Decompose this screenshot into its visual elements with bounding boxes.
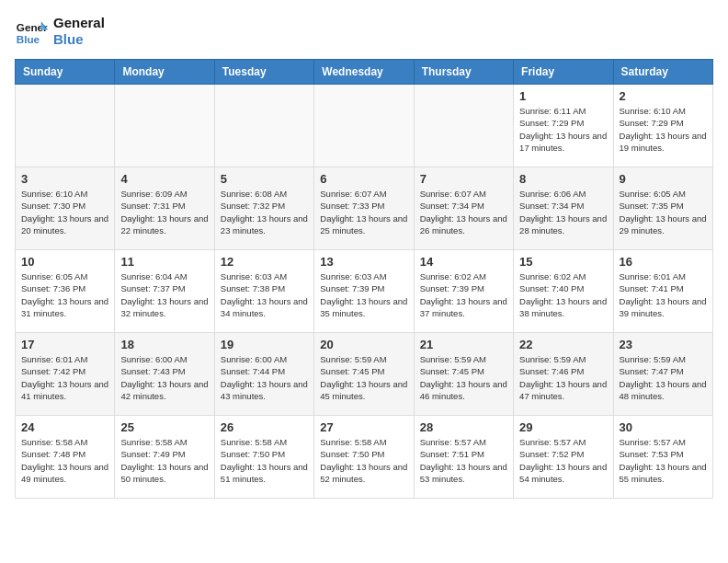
week-row-2: 10Sunrise: 6:05 AMSunset: 7:36 PMDayligh… [16, 250, 713, 333]
logo-general: General [53, 15, 105, 31]
day-info: Sunrise: 6:11 AMSunset: 7:29 PMDaylight:… [519, 105, 607, 154]
day-cell: 1Sunrise: 6:11 AMSunset: 7:29 PMDaylight… [514, 85, 613, 167]
day-cell: 12Sunrise: 6:03 AMSunset: 7:38 PMDayligh… [214, 250, 313, 333]
day-number: 20 [320, 338, 407, 351]
day-info: Sunrise: 5:58 AMSunset: 7:49 PMDaylight:… [120, 436, 208, 485]
day-cell: 18Sunrise: 6:00 AMSunset: 7:43 PMDayligh… [115, 333, 214, 416]
weekday-header-friday: Friday [514, 60, 613, 85]
day-number: 23 [620, 338, 707, 351]
day-cell: 4Sunrise: 6:09 AMSunset: 7:31 PMDaylight… [115, 167, 214, 250]
day-number: 11 [120, 255, 208, 269]
header: General Blue General Blue [15, 15, 713, 48]
day-cell: 25Sunrise: 5:58 AMSunset: 7:49 PMDayligh… [115, 416, 214, 499]
day-info: Sunrise: 5:57 AMSunset: 7:52 PMDaylight:… [519, 436, 607, 485]
weekday-header-sunday: Sunday [16, 60, 115, 85]
day-cell: 15Sunrise: 6:02 AMSunset: 7:40 PMDayligh… [514, 250, 613, 333]
day-info: Sunrise: 5:59 AMSunset: 7:46 PMDaylight:… [519, 353, 607, 402]
day-number: 8 [519, 172, 607, 186]
day-info: Sunrise: 6:05 AMSunset: 7:35 PMDaylight:… [620, 188, 707, 236]
day-cell: 5Sunrise: 6:08 AMSunset: 7:32 PMDaylight… [214, 167, 313, 250]
day-info: Sunrise: 6:02 AMSunset: 7:39 PMDaylight:… [420, 270, 507, 319]
day-info: Sunrise: 6:03 AMSunset: 7:38 PMDaylight:… [221, 270, 308, 319]
day-info: Sunrise: 5:57 AMSunset: 7:53 PMDaylight:… [620, 436, 707, 485]
day-cell: 21Sunrise: 5:59 AMSunset: 7:45 PMDayligh… [414, 333, 513, 416]
calendar: SundayMondayTuesdayWednesdayThursdayFrid… [15, 59, 713, 499]
week-row-1: 3Sunrise: 6:10 AMSunset: 7:30 PMDaylight… [16, 167, 713, 250]
day-info: Sunrise: 6:01 AMSunset: 7:41 PMDaylight:… [620, 270, 707, 319]
day-number: 13 [320, 255, 407, 269]
day-number: 10 [21, 255, 108, 269]
day-info: Sunrise: 6:07 AMSunset: 7:33 PMDaylight:… [320, 188, 407, 236]
day-cell: 16Sunrise: 6:01 AMSunset: 7:41 PMDayligh… [613, 250, 712, 333]
day-number: 25 [120, 420, 208, 434]
day-cell: 6Sunrise: 6:07 AMSunset: 7:33 PMDaylight… [314, 167, 414, 250]
weekday-header-tuesday: Tuesday [214, 60, 313, 85]
day-cell: 13Sunrise: 6:03 AMSunset: 7:39 PMDayligh… [314, 250, 414, 333]
day-info: Sunrise: 6:09 AMSunset: 7:31 PMDaylight:… [120, 188, 208, 236]
day-number: 1 [519, 89, 607, 103]
weekday-header-thursday: Thursday [414, 60, 513, 85]
day-number: 22 [519, 338, 607, 351]
day-number: 17 [21, 338, 108, 351]
weekday-header-saturday: Saturday [613, 60, 712, 85]
week-row-3: 17Sunrise: 6:01 AMSunset: 7:42 PMDayligh… [16, 333, 713, 416]
day-info: Sunrise: 6:10 AMSunset: 7:29 PMDaylight:… [620, 105, 707, 154]
day-number: 12 [221, 255, 308, 269]
day-info: Sunrise: 5:58 AMSunset: 7:48 PMDaylight:… [21, 436, 108, 485]
logo-icon: General Blue [15, 15, 48, 48]
day-cell: 10Sunrise: 6:05 AMSunset: 7:36 PMDayligh… [16, 250, 115, 333]
day-cell: 30Sunrise: 5:57 AMSunset: 7:53 PMDayligh… [613, 416, 712, 499]
day-cell: 23Sunrise: 5:59 AMSunset: 7:47 PMDayligh… [613, 333, 712, 416]
day-number: 9 [620, 172, 707, 186]
day-info: Sunrise: 6:08 AMSunset: 7:32 PMDaylight:… [221, 188, 308, 236]
day-cell: 27Sunrise: 5:58 AMSunset: 7:50 PMDayligh… [314, 416, 414, 499]
day-number: 28 [420, 420, 507, 434]
day-cell: 11Sunrise: 6:04 AMSunset: 7:37 PMDayligh… [115, 250, 214, 333]
weekday-header-wednesday: Wednesday [314, 60, 414, 85]
weekday-header-monday: Monday [115, 60, 214, 85]
day-cell: 24Sunrise: 5:58 AMSunset: 7:48 PMDayligh… [16, 416, 115, 499]
day-info: Sunrise: 6:06 AMSunset: 7:34 PMDaylight:… [519, 188, 607, 236]
day-info: Sunrise: 5:59 AMSunset: 7:47 PMDaylight:… [620, 353, 707, 402]
day-number: 14 [420, 255, 507, 269]
weekday-header-row: SundayMondayTuesdayWednesdayThursdayFrid… [16, 60, 713, 85]
day-info: Sunrise: 6:00 AMSunset: 7:44 PMDaylight:… [221, 353, 308, 402]
day-cell: 14Sunrise: 6:02 AMSunset: 7:39 PMDayligh… [414, 250, 513, 333]
day-cell: 7Sunrise: 6:07 AMSunset: 7:34 PMDaylight… [414, 167, 513, 250]
day-number: 4 [120, 172, 208, 186]
day-cell: 8Sunrise: 6:06 AMSunset: 7:34 PMDaylight… [514, 167, 613, 250]
day-info: Sunrise: 6:07 AMSunset: 7:34 PMDaylight:… [420, 188, 507, 236]
day-number: 27 [320, 420, 407, 434]
week-row-4: 24Sunrise: 5:58 AMSunset: 7:48 PMDayligh… [16, 416, 713, 499]
day-cell [115, 85, 214, 167]
day-number: 15 [519, 255, 607, 269]
day-cell: 28Sunrise: 5:57 AMSunset: 7:51 PMDayligh… [414, 416, 513, 499]
day-info: Sunrise: 5:58 AMSunset: 7:50 PMDaylight:… [320, 436, 407, 485]
day-cell [214, 85, 313, 167]
day-number: 30 [620, 420, 707, 434]
day-cell: 9Sunrise: 6:05 AMSunset: 7:35 PMDaylight… [613, 167, 712, 250]
day-number: 26 [221, 420, 308, 434]
day-number: 16 [620, 255, 707, 269]
day-number: 18 [120, 338, 208, 351]
day-info: Sunrise: 6:10 AMSunset: 7:30 PMDaylight:… [21, 188, 108, 236]
day-cell: 22Sunrise: 5:59 AMSunset: 7:46 PMDayligh… [514, 333, 613, 416]
day-info: Sunrise: 6:04 AMSunset: 7:37 PMDaylight:… [120, 270, 208, 319]
day-info: Sunrise: 6:03 AMSunset: 7:39 PMDaylight:… [320, 270, 407, 319]
day-info: Sunrise: 5:58 AMSunset: 7:50 PMDaylight:… [221, 436, 308, 485]
day-cell: 20Sunrise: 5:59 AMSunset: 7:45 PMDayligh… [314, 333, 414, 416]
day-number: 21 [420, 338, 507, 351]
svg-text:Blue: Blue [17, 33, 40, 45]
day-cell: 29Sunrise: 5:57 AMSunset: 7:52 PMDayligh… [514, 416, 613, 499]
day-number: 5 [221, 172, 308, 186]
day-info: Sunrise: 6:00 AMSunset: 7:43 PMDaylight:… [120, 353, 208, 402]
week-row-0: 1Sunrise: 6:11 AMSunset: 7:29 PMDaylight… [16, 85, 713, 167]
day-cell: 2Sunrise: 6:10 AMSunset: 7:29 PMDaylight… [613, 85, 712, 167]
day-number: 3 [21, 172, 108, 186]
logo-blue: Blue [53, 31, 105, 48]
day-cell: 19Sunrise: 6:00 AMSunset: 7:44 PMDayligh… [214, 333, 313, 416]
logo: General Blue General Blue [15, 15, 105, 48]
day-cell: 3Sunrise: 6:10 AMSunset: 7:30 PMDaylight… [16, 167, 115, 250]
day-info: Sunrise: 5:59 AMSunset: 7:45 PMDaylight:… [320, 353, 407, 402]
day-cell: 26Sunrise: 5:58 AMSunset: 7:50 PMDayligh… [214, 416, 313, 499]
